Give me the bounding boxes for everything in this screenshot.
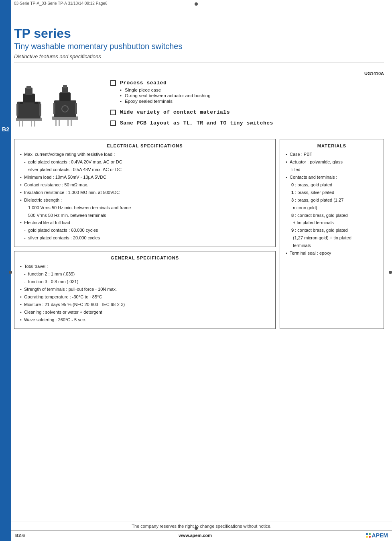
footer-bar: B2-6 www.apem.com APEM (11, 530, 392, 541)
logo-dot-green (369, 533, 371, 535)
product-images (14, 80, 102, 131)
features-label: Distinctive features and specifications (14, 53, 384, 59)
switch-image-2 (52, 84, 80, 128)
electrical-specs-list: Max. current/voltage rating with resisti… (20, 151, 270, 241)
elec-item-0: Max. current/voltage rating with resisti… (20, 151, 270, 158)
svg-rect-15 (59, 120, 60, 126)
elec-item-10: gold plated contacts : 60.000 cycles (20, 227, 270, 234)
switch-image-1 (14, 84, 46, 128)
main-content: TP series Tiny washable momentary pushbu… (14, 10, 384, 329)
gen-item-0: Total travel : (20, 263, 270, 270)
right-punch-mark (389, 271, 392, 274)
mat-9: 9 : contact brass, gold plated (286, 227, 378, 234)
elec-item-9: Electrical life at full load : (20, 220, 270, 226)
mat-9-cont1: (1,27 micron gold) + tin plated (286, 235, 378, 241)
logo-dots (366, 533, 371, 538)
footer-page-label: B2-6 (15, 533, 25, 538)
gen-item-2: function 3 : 0,8 mm (.031) (20, 279, 270, 285)
general-specs-box: GENERAL SPECIFICATIONS Total travel : fu… (14, 251, 276, 329)
elec-item-2: silver plated contacts : 0,5A 48V max. A… (20, 167, 270, 173)
general-specs-title: GENERAL SPECIFICATIONS (20, 255, 270, 260)
mat-case: Case : PBT (286, 151, 378, 158)
registration-mark-top (195, 2, 198, 6)
feature-title-2: Wide variety of contact materials (120, 109, 230, 115)
gen-item-7: Wave soldering : 260°C - 5 sec. (20, 317, 270, 323)
specs-area: ELECTRICAL SPECIFICATIONS Max. current/v… (14, 139, 384, 329)
mat-3: 3 : brass, gold plated (1,27 (286, 197, 378, 204)
svg-rect-6 (16, 104, 18, 116)
feature-bullet-1-1: Single piece case (120, 88, 211, 92)
svg-rect-14 (55, 120, 57, 126)
svg-rect-7 (39, 104, 41, 116)
feature-bullets-1: Single piece case O-ring seal between ac… (120, 88, 211, 104)
mat-contacts: Contacts and terminals : (286, 174, 378, 181)
footer: The company reserves the right to change… (11, 521, 392, 541)
svg-rect-12 (35, 102, 38, 104)
feature-item-2: Wide variety of contact materials (110, 109, 384, 115)
logo-dot-red (369, 536, 371, 538)
ug-number: UG1410A (14, 71, 384, 76)
feature-title-3: Same PCB layout as TL, TR and TG tiny sw… (120, 120, 273, 126)
svg-rect-16 (67, 120, 69, 126)
footer-notice: The company reserves the right to change… (11, 521, 392, 530)
mat-0: 0 : brass, gold plated (286, 182, 378, 188)
brand-name: APEM (372, 532, 388, 539)
materials-list: Case : PBT Actuator : polyamide, glass f… (286, 151, 378, 257)
materials-title: MATERIALS (286, 143, 378, 148)
logo-dot-yellow (366, 536, 368, 538)
svg-rect-18 (54, 100, 76, 117)
feature-title-1: Process sealed (120, 80, 211, 86)
svg-rect-8 (23, 94, 35, 102)
elec-item-5: Insulation resistance : 1.000 MΩ min. at… (20, 190, 270, 196)
product-img-container (14, 84, 80, 128)
feature-section: Process sealed Single piece case O-ring … (14, 80, 384, 131)
electrical-specs-box: ELECTRICAL SPECIFICATIONS Max. current/v… (14, 139, 276, 247)
mat-8: 8 : contact brass, gold plated (286, 212, 378, 219)
svg-rect-5 (17, 102, 41, 118)
gen-item-5: Moisture : 21 days 95 % (NFC 20-603 - IE… (20, 302, 270, 308)
feature-item-3: Same PCB layout as TL, TR and TG tiny sw… (110, 120, 384, 126)
mat-8-cont: + tin plated terminals (286, 220, 378, 226)
elec-item-4: Contact resistance : 50 mΩ max. (20, 182, 270, 188)
mat-terminal-seal: Terminal seal : epoxy (286, 250, 378, 257)
svg-rect-11 (20, 102, 23, 104)
elec-item-3: Minimum load : 10mA 50mV - 10µA 5VDC (20, 174, 270, 181)
gen-item-6: Cleaning : solvents or water + detergent (20, 309, 270, 316)
features-list: Process sealed Single piece case O-ring … (102, 80, 384, 131)
gen-item-4: Operating temperature : -30°C to +85°C (20, 294, 270, 300)
feature-bullet-1-3: Epoxy sealed terminals (120, 99, 211, 104)
mat-actuator: Actuator : polyamide, glass (286, 159, 378, 165)
file-info: 03-Serie TP-A_03-Serie TP-A 31/10/14 09:… (14, 1, 108, 6)
elec-item-7: 1.000 Vrms 50 Hz min. between terminals … (20, 205, 270, 211)
materials-box: MATERIALS Case : PBT Actuator : polyamid… (280, 139, 384, 329)
title-section: TP series Tiny washable momentary pushbu… (14, 26, 384, 63)
mat-1: 1 : brass, silver plated (286, 190, 378, 196)
svg-rect-20 (75, 103, 77, 114)
electrical-specs-title: ELECTRICAL SPECIFICATIONS (20, 143, 270, 148)
svg-rect-2 (22, 121, 23, 127)
svg-rect-10 (26, 86, 31, 89)
svg-rect-3 (31, 121, 32, 127)
svg-rect-4 (34, 121, 35, 127)
logo-dot-blue (366, 533, 368, 535)
mat-3-cont: micron gold) (286, 205, 378, 211)
elec-item-6: Dielectric strength : (20, 197, 270, 204)
svg-rect-19 (53, 103, 55, 114)
svg-rect-17 (71, 120, 72, 126)
checkbox-icon-2 (110, 110, 116, 115)
gen-item-3: Strength of terminals : pull-out force -… (20, 286, 270, 293)
series-subtitle: Tiny washable momentary pushbutton switc… (14, 42, 384, 51)
mat-actuator-cont: filled (286, 167, 378, 173)
svg-rect-23 (63, 85, 67, 88)
feature-bullet-1-2: O-ring seal between actuator and bushing (120, 93, 211, 98)
checkbox-icon-1 (110, 80, 116, 86)
general-specs-list: Total travel : function 2 : 1 mm (.039) … (20, 263, 270, 323)
elec-item-1: gold plated contacts : 0,4VA 20V max. AC… (20, 159, 270, 165)
left-punch-mark (9, 271, 12, 274)
spec-left: ELECTRICAL SPECIFICATIONS Max. current/v… (14, 139, 276, 329)
b2-label: B2 (0, 125, 11, 134)
elec-item-8: 500 Vrms 50 Hz min. between terminals (20, 212, 270, 219)
footer-website: www.apem.com (179, 533, 212, 538)
title-divider (14, 63, 384, 63)
mat-9-cont2: terminals (286, 243, 378, 249)
